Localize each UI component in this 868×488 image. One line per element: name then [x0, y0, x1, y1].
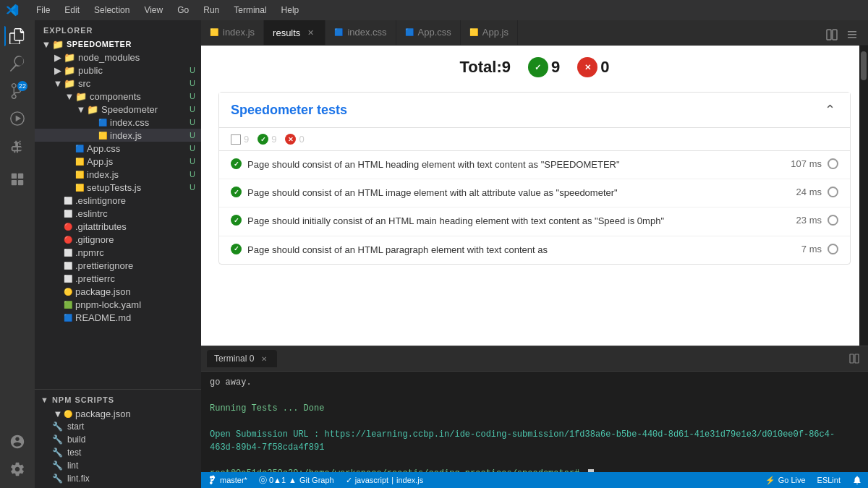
tab-results-close[interactable]: ✕	[305, 27, 316, 38]
npm-script-lintfix[interactable]: 🔧 lint.fix	[35, 472, 201, 485]
terminal-tab-label: Terminal 0	[214, 354, 254, 364]
tab-indexcss[interactable]: 🟦 index.css	[326, 20, 396, 45]
lintfix-script-icon: 🔧	[52, 474, 63, 484]
status-bell[interactable]	[846, 472, 868, 488]
menu-run[interactable]: Run	[197, 4, 225, 17]
svg-rect-2	[18, 174, 23, 179]
sidebar-item-packagejson[interactable]: ▶ 🟡 package.json	[35, 285, 201, 298]
vscode-logo	[6, 4, 19, 17]
tab-indexjs-icon: 🟨	[210, 28, 218, 36]
sidebar-item-speedometer-folder[interactable]: ▼ 📁 Speedometer U	[35, 103, 201, 116]
sidebar-item-public[interactable]: ▶ 📁 public U	[35, 64, 201, 77]
spcss-label: index.css	[110, 117, 190, 128]
gita-label: .gitattributes	[75, 221, 201, 232]
npm-script-test[interactable]: 🔧 test	[35, 446, 201, 459]
sidebar-item-node_modules[interactable]: ▶ 📁 node_modules	[35, 51, 201, 64]
menu-file[interactable]: File	[30, 4, 56, 17]
tab-results[interactable]: results ✕	[264, 20, 326, 45]
stat-fail-count: 0	[299, 134, 304, 145]
suite-collapse-icon[interactable]: ⌃	[821, 101, 838, 119]
activity-explorer[interactable]	[4, 23, 30, 49]
terminal-split-button[interactable]	[846, 351, 862, 367]
sidebar-item-src[interactable]: ▼ 📁 src U	[35, 77, 201, 90]
esr-icon: ⬜	[64, 210, 72, 218]
check-icon: ✓	[346, 476, 352, 485]
menu-go[interactable]: Go	[171, 4, 195, 17]
terminal-tabs: Terminal 0 ✕	[201, 346, 868, 372]
more-tabs-button[interactable]	[842, 25, 862, 45]
preview-content: Total:9 9 0 Speedometer tests	[201, 46, 868, 265]
test-1-clock-icon	[827, 187, 838, 197]
activity-remote[interactable]	[4, 166, 30, 192]
sidebar-item-appjs[interactable]: ▶ 🟨 App.js U	[35, 155, 201, 168]
npm-script-start[interactable]: 🔧 start	[35, 420, 201, 433]
test-3-status-icon	[231, 244, 242, 254]
activity-bar: 22	[0, 20, 35, 488]
tab-indexjs[interactable]: 🟨 index.js	[201, 20, 264, 45]
status-check[interactable]: ✓ javascript | index.js	[340, 472, 430, 488]
activity-source-control[interactable]: 22	[4, 78, 30, 104]
npm-script-lint[interactable]: 🔧 lint	[35, 459, 201, 472]
activity-extensions[interactable]	[4, 133, 30, 159]
start-script-icon: 🔧	[52, 421, 63, 432]
sidebar-item-eslintrc[interactable]: ▶ ⬜ .eslintrc	[35, 207, 201, 220]
sp-folder-badge: U	[190, 105, 195, 114]
sidebar-item-prettierignore[interactable]: ▶ ⬜ .prettierignore	[35, 259, 201, 272]
sidebar-item-speedometer-js[interactable]: ▶ 🟨 index.js U	[35, 129, 201, 142]
test-2-right: 23 ms	[796, 215, 838, 226]
sidebar-item-components[interactable]: ▼ 📁 components U	[35, 90, 201, 103]
stat-total-count: 9	[244, 134, 249, 145]
menu-view[interactable]: View	[138, 4, 169, 17]
preview-scrollbar-thumb[interactable]	[861, 51, 867, 80]
tab-appcss-label: App.css	[418, 27, 451, 38]
tab-appjs-label: App.js	[482, 27, 509, 38]
preview-summary: Total:9 9 0	[201, 46, 868, 86]
src-arrow: ▼	[52, 77, 64, 89]
activity-settings[interactable]	[4, 456, 30, 482]
menu-edit[interactable]: Edit	[59, 4, 85, 17]
tab-appcss[interactable]: 🟦 App.css	[396, 20, 461, 45]
status-sync[interactable]: ⓪ 0▲1 ▲ Git Graph	[253, 472, 340, 488]
preview-area[interactable]: Total:9 9 0 Speedometer tests	[201, 46, 868, 346]
status-branch[interactable]: master*	[201, 472, 253, 488]
tab-appjs[interactable]: 🟨 App.js	[461, 20, 518, 45]
activity-search[interactable]	[4, 51, 30, 77]
sidebar-item-gitattributes[interactable]: ▶ 🔴 .gitattributes	[35, 220, 201, 233]
terminal-tab-close[interactable]: ✕	[258, 353, 270, 364]
npm-packagejson[interactable]: ▼ 🟡 package.json	[35, 407, 201, 420]
npm-scripts-header[interactable]: ▼ NPM SCRIPTS	[35, 393, 201, 407]
sidebar-item-readme[interactable]: ▶ 🟦 README.md	[35, 311, 201, 324]
sidebar-tree: ▼ 📁 SPEEDOMETER ▶ 📁 node_modules ▶ 📁 pub…	[35, 38, 201, 389]
menu-terminal[interactable]: Terminal	[228, 4, 272, 17]
status-golive[interactable]: ⚡ Go Live	[760, 472, 812, 488]
status-eslint[interactable]: ESLint	[812, 472, 846, 488]
sidebar-item-speedometer-css[interactable]: ▶ 🟦 index.css U	[35, 116, 201, 129]
test-3-text: Page should consist of an HTML paragraph…	[247, 244, 548, 257]
sidebar: EXPLORER ▼ 📁 SPEEDOMETER ▶ 📁 node_module…	[35, 20, 201, 488]
appcss-icon: 🟦	[75, 145, 84, 153]
sidebar-item-npmrc[interactable]: ▶ ⬜ .npmrc	[35, 246, 201, 259]
sidebar-item-pnpmlock[interactable]: ▶ 🟩 pnpm-lock.yaml	[35, 298, 201, 311]
menu-selection[interactable]: Selection	[88, 4, 135, 17]
split-editor-button[interactable]	[822, 25, 842, 45]
test-3-duration: 7 ms	[801, 244, 822, 254]
sidebar-item-indexjs[interactable]: ▶ 🟨 index.js U	[35, 168, 201, 181]
sidebar-item-gitignore[interactable]: ▶ 🔴 .gitignore	[35, 233, 201, 246]
pkg-icon: 🟡	[64, 288, 72, 296]
sidebar-item-eslintignore[interactable]: ▶ ⬜ .eslintignore	[35, 194, 201, 207]
terminal-line-2: Running Tests ... Done	[210, 402, 859, 415]
npm-script-build[interactable]: 🔧 build	[35, 433, 201, 446]
sidebar-root[interactable]: ▼ 📁 SPEEDOMETER	[35, 38, 201, 51]
activity-accounts[interactable]	[4, 429, 30, 455]
sidebar-item-setuptests[interactable]: ▶ 🟨 setupTests.js U	[35, 181, 201, 194]
comp-label: components	[90, 91, 190, 102]
tab-indexcss-label: index.css	[347, 27, 386, 38]
menu-help[interactable]: Help	[276, 4, 305, 17]
preview-scrollbar[interactable]	[859, 46, 868, 346]
tab-appjs-icon: 🟨	[469, 28, 478, 36]
sidebar-item-appcss[interactable]: ▶ 🟦 App.css U	[35, 142, 201, 155]
sp-folder-icon: 📁	[87, 104, 98, 115]
sidebar-item-prettierrc[interactable]: ▶ ⬜ .prettierrc	[35, 272, 201, 285]
activity-run[interactable]	[4, 106, 30, 132]
terminal-tab-0[interactable]: Terminal 0 ✕	[207, 350, 277, 367]
